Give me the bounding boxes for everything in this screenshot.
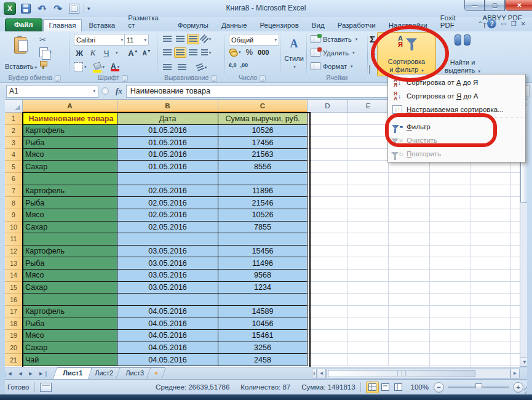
sort-filter-button[interactable]: АЯ Сортировкаи фильтр ▾ — [377, 32, 436, 76]
table-cell[interactable]: 17456 — [218, 137, 308, 149]
table-cell[interactable]: 02.05.2016 — [117, 197, 218, 209]
grid-cell[interactable] — [308, 173, 348, 185]
grid-cell[interactable] — [348, 257, 389, 270]
minimize-button[interactable]: — — [464, 0, 485, 11]
maximize-button[interactable]: ▢ — [485, 0, 505, 11]
table-cell[interactable]: 10456 — [218, 318, 308, 330]
table-cell[interactable]: Мясо — [23, 209, 117, 222]
orientation-button[interactable]: ▾ — [200, 34, 212, 44]
table-cell[interactable]: Рыба — [23, 318, 117, 330]
table-cell[interactable]: 10526 — [218, 125, 308, 137]
zoom-slider-thumb[interactable] — [475, 383, 482, 390]
grid-cell[interactable] — [348, 173, 389, 185]
next-sheet-button[interactable]: ► — [25, 370, 36, 377]
grid-cell[interactable] — [308, 137, 348, 149]
table-cell[interactable]: 02.05.2016 — [117, 185, 218, 198]
table-cell[interactable] — [117, 233, 218, 246]
align-center-button[interactable] — [174, 47, 186, 58]
table-cell[interactable]: 15461 — [218, 330, 308, 342]
table-cell[interactable]: 14589 — [218, 306, 308, 318]
row-header-17[interactable]: 17 — [5, 306, 23, 318]
grid-cell[interactable] — [348, 294, 389, 306]
menu-item-Настраиваемая сортировка...[interactable]: ↓↑Настраиваемая сортировка... — [388, 103, 525, 116]
row-header-10[interactable]: 10 — [5, 222, 23, 234]
accounting-format-button[interactable]: ▾ — [229, 49, 241, 56]
grid-cell[interactable] — [348, 342, 389, 354]
alignment-dialog-launcher[interactable]: ⌟ — [211, 75, 217, 82]
grow-font-button[interactable]: А▲ — [128, 47, 139, 58]
scroll-left-button[interactable]: ◄ — [317, 369, 326, 378]
table-cell[interactable]: 04.05.2016 — [117, 318, 218, 330]
table-cell[interactable] — [23, 233, 117, 246]
grid-cell[interactable] — [348, 282, 389, 294]
borders-button[interactable]: ▾ — [74, 62, 87, 71]
column-header-D[interactable]: D — [308, 100, 348, 113]
page-layout-view-button[interactable] — [379, 382, 392, 393]
table-cell[interactable] — [218, 294, 308, 306]
table-cell[interactable]: Сахар — [23, 222, 117, 234]
row-header-12[interactable]: 12 — [5, 246, 23, 258]
row-header-2[interactable]: 2 — [5, 125, 23, 137]
table-cell[interactable]: 01.05.2016 — [117, 125, 218, 137]
select-all-corner[interactable] — [5, 100, 23, 113]
clear-button[interactable] — [369, 66, 370, 73]
grid-cell[interactable] — [348, 233, 389, 246]
table-cell[interactable]: 03.05.2016 — [117, 257, 218, 270]
fill-color-button[interactable]: ▾ — [93, 64, 105, 70]
shrink-font-button[interactable]: А▼ — [141, 47, 153, 58]
insert-sheet-button[interactable]: ✦ — [146, 367, 167, 379]
table-cell[interactable]: Сахар — [23, 161, 117, 173]
grid-cell[interactable] — [308, 197, 348, 209]
copy-button[interactable]: ▾ — [39, 47, 52, 57]
grid-cell[interactable] — [308, 318, 348, 330]
row-header-3[interactable]: 3 — [5, 137, 23, 149]
zoom-in-button[interactable]: + — [513, 382, 523, 393]
grid-cell[interactable] — [348, 306, 389, 318]
grid-cell[interactable] — [308, 125, 348, 137]
font-color-button[interactable]: А▾ — [111, 63, 119, 70]
wrap-text-button[interactable]: ▾ — [196, 62, 208, 73]
table-cell[interactable]: Рыба — [23, 257, 117, 270]
cut-button[interactable]: ✂ — [39, 35, 46, 44]
zoom-out-button[interactable]: − — [434, 382, 444, 393]
table-cell[interactable] — [218, 233, 308, 246]
collapse-ribbon-icon[interactable]: ⌃ — [478, 20, 483, 27]
row-header-5[interactable]: 5 — [5, 161, 23, 173]
grid-cell[interactable] — [348, 113, 389, 125]
tab-Надстройки[interactable]: Надстройки — [383, 19, 434, 31]
table-cell[interactable] — [218, 173, 308, 185]
table-cell[interactable]: 04.05.2016 — [117, 330, 218, 342]
workbook-restore-icon[interactable]: ❐ — [511, 20, 517, 27]
autosum-button[interactable]: Σ — [370, 34, 375, 44]
table-cell[interactable]: Сахар — [23, 342, 117, 354]
table-cell[interactable] — [117, 173, 218, 185]
grid-cell[interactable] — [308, 185, 348, 198]
table-cell[interactable]: Рыба — [23, 137, 117, 149]
decrease-decimal-button[interactable]: ,00 — [240, 62, 248, 68]
grid-cell[interactable] — [348, 125, 389, 137]
table-cell[interactable]: 04.05.2016 — [117, 342, 218, 354]
grid-cell[interactable] — [348, 318, 389, 330]
menu-item-Фильтр[interactable]: =Фильтр — [388, 120, 525, 134]
increase-indent-button[interactable] — [176, 62, 188, 73]
table-cell[interactable]: 03.05.2016 — [117, 282, 218, 294]
table-cell[interactable]: 21563 — [218, 149, 308, 161]
tab-Файл[interactable]: Файл — [5, 18, 42, 31]
prev-sheet-button[interactable]: ◄ — [15, 370, 25, 377]
tab-split-handle[interactable]: ‖ — [312, 369, 317, 378]
horizontal-scrollbar[interactable]: ‖ ◄ ❘❘❘ ► — [312, 369, 520, 378]
grid-cell[interactable] — [308, 222, 348, 234]
table-cell[interactable]: 3256 — [218, 342, 308, 354]
grid-cell[interactable] — [308, 209, 348, 222]
page-break-view-button[interactable] — [392, 382, 405, 393]
table-cell[interactable]: 15456 — [218, 246, 308, 258]
table-cell[interactable]: 04.05.2016 — [117, 306, 218, 318]
grid-cell[interactable] — [308, 354, 348, 366]
table-cell[interactable]: Дата — [117, 113, 218, 125]
table-cell[interactable]: 11496 — [218, 257, 308, 270]
align-right-button[interactable] — [187, 47, 199, 58]
table-cell[interactable]: 11896 — [218, 185, 308, 198]
row-header-19[interactable]: 19 — [5, 330, 23, 342]
row-header-8[interactable]: 8 — [5, 197, 23, 209]
table-cell[interactable]: 02.05.2016 — [117, 222, 218, 234]
